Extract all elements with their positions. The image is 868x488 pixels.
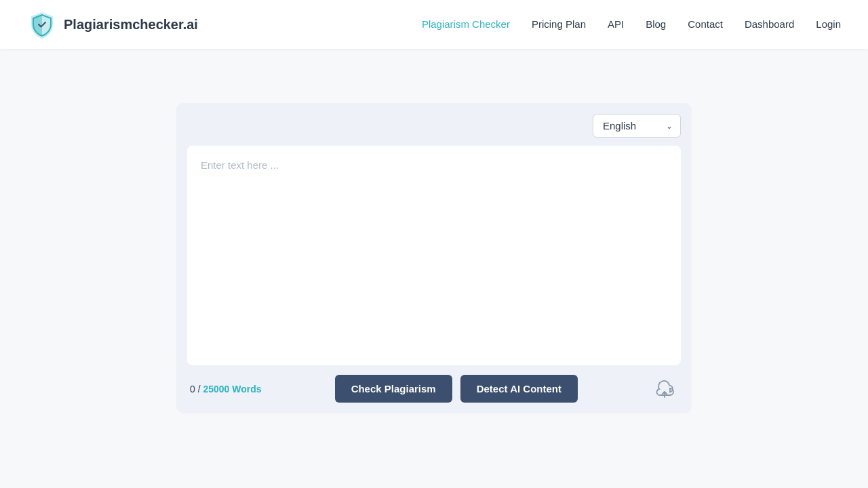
language-select-wrapper: English Spanish French German Arabic Chi… [593, 114, 681, 138]
brand-logo-icon [27, 9, 57, 39]
nav-item-plagiarism-checker[interactable]: Plagiarism Checker [422, 18, 510, 30]
nav-item-blog[interactable]: Blog [646, 18, 666, 30]
nav-link-api[interactable]: API [608, 18, 624, 30]
cloud-upload-icon [654, 378, 675, 400]
nav-links: Plagiarism Checker Pricing Plan API Blog… [422, 18, 841, 30]
nav-link-login[interactable]: Login [816, 18, 841, 30]
main-content: English Spanish French German Arabic Chi… [0, 49, 868, 413]
language-select[interactable]: English Spanish French German Arabic Chi… [593, 114, 681, 138]
word-count-max: 25000 [203, 384, 229, 394]
nav-link-pricing-plan[interactable]: Pricing Plan [532, 18, 586, 30]
word-count: 0 / 25000 Words [190, 384, 262, 394]
text-input[interactable] [201, 159, 667, 349]
brand-name: Plagiarismchecker.ai [64, 17, 198, 33]
action-buttons: Check Plagiarism Detect AI Content [335, 375, 578, 403]
check-plagiarism-button[interactable]: Check Plagiarism [335, 375, 452, 403]
detect-ai-content-button[interactable]: Detect AI Content [460, 375, 578, 403]
nav-link-contact[interactable]: Contact [688, 18, 723, 30]
nav-item-api[interactable]: API [608, 18, 624, 30]
tool-panel-footer: 0 / 25000 Words Check Plagiarism Detect … [187, 375, 681, 403]
brand-link[interactable]: Plagiarismchecker.ai [27, 9, 198, 39]
text-input-area [187, 146, 681, 365]
tool-panel-header: English Spanish French German Arabic Chi… [187, 114, 681, 138]
tool-panel: English Spanish French German Arabic Chi… [176, 103, 692, 413]
upload-button[interactable] [651, 375, 678, 403]
nav-item-contact[interactable]: Contact [688, 18, 723, 30]
word-count-words-label: Words [232, 384, 261, 394]
nav-link-plagiarism-checker[interactable]: Plagiarism Checker [422, 18, 510, 30]
nav-link-blog[interactable]: Blog [646, 18, 666, 30]
nav-link-dashboard[interactable]: Dashboard [745, 18, 794, 30]
word-count-current: 0 [190, 384, 195, 394]
nav-item-pricing-plan[interactable]: Pricing Plan [532, 18, 586, 30]
navbar: Plagiarismchecker.ai Plagiarism Checker … [0, 0, 868, 49]
nav-item-dashboard[interactable]: Dashboard [745, 18, 794, 30]
nav-item-login[interactable]: Login [816, 18, 841, 30]
